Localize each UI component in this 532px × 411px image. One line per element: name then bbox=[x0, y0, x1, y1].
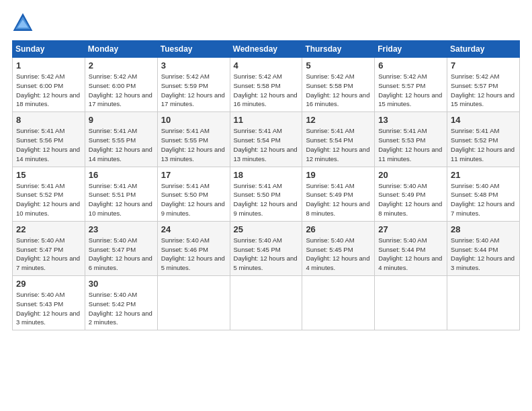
day-info: Sunrise: 5:40 AMSunset: 5:44 PMDaylight:… bbox=[451, 236, 515, 271]
week-row-3: 15 Sunrise: 5:41 AMSunset: 5:52 PMDaylig… bbox=[13, 167, 520, 221]
day-number: 21 bbox=[451, 170, 517, 180]
day-info: Sunrise: 5:40 AMSunset: 5:42 PMDaylight:… bbox=[89, 291, 152, 326]
day-number: 8 bbox=[16, 115, 82, 125]
calendar-cell: 10 Sunrise: 5:41 AMSunset: 5:55 PMDaylig… bbox=[157, 112, 230, 167]
calendar-cell: 18 Sunrise: 5:41 AMSunset: 5:50 PMDaylig… bbox=[230, 167, 302, 221]
day-number: 22 bbox=[16, 224, 82, 234]
day-info: Sunrise: 5:41 AMSunset: 5:51 PMDaylight:… bbox=[89, 182, 152, 217]
day-info: Sunrise: 5:41 AMSunset: 5:55 PMDaylight:… bbox=[161, 127, 225, 162]
weekday-header-thursday: Thursday bbox=[302, 41, 375, 58]
weekday-header-sunday: Sunday bbox=[13, 41, 85, 58]
day-number: 4 bbox=[234, 60, 300, 71]
day-number: 19 bbox=[306, 170, 371, 180]
calendar-cell: 7 Sunrise: 5:42 AMSunset: 5:57 PMDayligh… bbox=[447, 58, 520, 112]
weekday-header-friday: Friday bbox=[375, 41, 447, 58]
week-row-1: 1 Sunrise: 5:42 AMSunset: 6:00 PMDayligh… bbox=[13, 58, 520, 112]
day-info: Sunrise: 5:42 AMSunset: 5:57 PMDaylight:… bbox=[451, 73, 515, 107]
calendar-cell bbox=[157, 276, 230, 330]
header bbox=[12, 12, 520, 34]
day-number: 7 bbox=[451, 60, 517, 71]
calendar-cell: 20 Sunrise: 5:40 AMSunset: 5:49 PMDaylig… bbox=[375, 167, 447, 221]
day-info: Sunrise: 5:40 AMSunset: 5:45 PMDaylight:… bbox=[234, 236, 298, 271]
calendar-cell: 29 Sunrise: 5:40 AMSunset: 5:43 PMDaylig… bbox=[13, 276, 85, 330]
day-number: 20 bbox=[378, 170, 444, 180]
day-info: Sunrise: 5:40 AMSunset: 5:43 PMDaylight:… bbox=[16, 291, 80, 326]
day-number: 2 bbox=[89, 60, 154, 71]
calendar-cell: 15 Sunrise: 5:41 AMSunset: 5:52 PMDaylig… bbox=[13, 167, 85, 221]
calendar-table: SundayMondayTuesdayWednesdayThursdayFrid… bbox=[12, 40, 520, 330]
day-info: Sunrise: 5:42 AMSunset: 5:58 PMDaylight:… bbox=[306, 73, 369, 107]
calendar-cell: 23 Sunrise: 5:40 AMSunset: 5:47 PMDaylig… bbox=[85, 221, 157, 275]
calendar-cell: 8 Sunrise: 5:41 AMSunset: 5:56 PMDayligh… bbox=[13, 112, 85, 167]
day-info: Sunrise: 5:42 AMSunset: 6:00 PMDaylight:… bbox=[89, 73, 152, 107]
day-number: 5 bbox=[306, 60, 371, 71]
day-info: Sunrise: 5:42 AMSunset: 5:58 PMDaylight:… bbox=[234, 73, 298, 107]
day-info: Sunrise: 5:41 AMSunset: 5:50 PMDaylight:… bbox=[234, 182, 298, 217]
calendar-cell: 9 Sunrise: 5:41 AMSunset: 5:55 PMDayligh… bbox=[85, 112, 157, 167]
day-info: Sunrise: 5:40 AMSunset: 5:47 PMDaylight:… bbox=[16, 236, 80, 271]
page: SundayMondayTuesdayWednesdayThursdayFrid… bbox=[0, 0, 532, 411]
day-number: 17 bbox=[161, 170, 227, 180]
day-info: Sunrise: 5:41 AMSunset: 5:56 PMDaylight:… bbox=[16, 127, 80, 162]
calendar-cell: 27 Sunrise: 5:40 AMSunset: 5:44 PMDaylig… bbox=[375, 221, 447, 275]
day-info: Sunrise: 5:41 AMSunset: 5:52 PMDaylight:… bbox=[16, 182, 80, 217]
calendar-cell: 21 Sunrise: 5:40 AMSunset: 5:48 PMDaylig… bbox=[447, 167, 520, 221]
day-number: 1 bbox=[16, 60, 82, 71]
calendar-cell: 12 Sunrise: 5:41 AMSunset: 5:54 PMDaylig… bbox=[302, 112, 375, 167]
day-number: 12 bbox=[306, 115, 371, 125]
day-number: 18 bbox=[234, 170, 300, 180]
calendar-cell: 1 Sunrise: 5:42 AMSunset: 6:00 PMDayligh… bbox=[13, 58, 85, 112]
day-info: Sunrise: 5:42 AMSunset: 5:59 PMDaylight:… bbox=[161, 73, 225, 107]
calendar-cell bbox=[302, 276, 375, 330]
day-number: 27 bbox=[378, 224, 444, 234]
day-number: 23 bbox=[89, 224, 154, 234]
calendar-cell: 17 Sunrise: 5:41 AMSunset: 5:50 PMDaylig… bbox=[157, 167, 230, 221]
calendar-cell bbox=[375, 276, 447, 330]
day-number: 16 bbox=[89, 170, 154, 180]
day-number: 11 bbox=[234, 115, 300, 125]
day-info: Sunrise: 5:41 AMSunset: 5:55 PMDaylight:… bbox=[89, 127, 152, 162]
weekday-header-monday: Monday bbox=[85, 41, 157, 58]
day-number: 3 bbox=[161, 60, 227, 71]
day-number: 24 bbox=[161, 224, 227, 234]
day-info: Sunrise: 5:41 AMSunset: 5:53 PMDaylight:… bbox=[378, 127, 442, 162]
calendar-cell: 11 Sunrise: 5:41 AMSunset: 5:54 PMDaylig… bbox=[230, 112, 302, 167]
day-number: 6 bbox=[378, 60, 444, 71]
day-number: 9 bbox=[89, 115, 154, 125]
day-info: Sunrise: 5:40 AMSunset: 5:46 PMDaylight:… bbox=[161, 236, 225, 271]
calendar-cell: 26 Sunrise: 5:40 AMSunset: 5:45 PMDaylig… bbox=[302, 221, 375, 275]
day-info: Sunrise: 5:41 AMSunset: 5:49 PMDaylight:… bbox=[306, 182, 369, 217]
day-info: Sunrise: 5:41 AMSunset: 5:52 PMDaylight:… bbox=[451, 127, 515, 162]
calendar-cell: 13 Sunrise: 5:41 AMSunset: 5:53 PMDaylig… bbox=[375, 112, 447, 167]
day-number: 15 bbox=[16, 170, 82, 180]
day-number: 28 bbox=[451, 224, 517, 234]
calendar-cell: 19 Sunrise: 5:41 AMSunset: 5:49 PMDaylig… bbox=[302, 167, 375, 221]
calendar-cell bbox=[230, 276, 302, 330]
logo bbox=[12, 12, 36, 34]
day-number: 14 bbox=[451, 115, 517, 125]
day-info: Sunrise: 5:40 AMSunset: 5:48 PMDaylight:… bbox=[451, 182, 515, 217]
calendar-cell: 28 Sunrise: 5:40 AMSunset: 5:44 PMDaylig… bbox=[447, 221, 520, 275]
calendar-cell: 30 Sunrise: 5:40 AMSunset: 5:42 PMDaylig… bbox=[85, 276, 157, 330]
calendar-cell: 22 Sunrise: 5:40 AMSunset: 5:47 PMDaylig… bbox=[13, 221, 85, 275]
day-number: 10 bbox=[161, 115, 227, 125]
day-info: Sunrise: 5:41 AMSunset: 5:50 PMDaylight:… bbox=[161, 182, 225, 217]
weekday-header-saturday: Saturday bbox=[447, 41, 520, 58]
day-info: Sunrise: 5:41 AMSunset: 5:54 PMDaylight:… bbox=[306, 127, 369, 162]
calendar-cell: 24 Sunrise: 5:40 AMSunset: 5:46 PMDaylig… bbox=[157, 221, 230, 275]
calendar-cell: 6 Sunrise: 5:42 AMSunset: 5:57 PMDayligh… bbox=[375, 58, 447, 112]
week-row-2: 8 Sunrise: 5:41 AMSunset: 5:56 PMDayligh… bbox=[13, 112, 520, 167]
calendar-cell: 14 Sunrise: 5:41 AMSunset: 5:52 PMDaylig… bbox=[447, 112, 520, 167]
day-info: Sunrise: 5:42 AMSunset: 6:00 PMDaylight:… bbox=[16, 73, 80, 107]
calendar-cell: 2 Sunrise: 5:42 AMSunset: 6:00 PMDayligh… bbox=[85, 58, 157, 112]
week-row-4: 22 Sunrise: 5:40 AMSunset: 5:47 PMDaylig… bbox=[13, 221, 520, 275]
day-info: Sunrise: 5:41 AMSunset: 5:54 PMDaylight:… bbox=[234, 127, 298, 162]
day-info: Sunrise: 5:40 AMSunset: 5:45 PMDaylight:… bbox=[306, 236, 369, 271]
day-number: 29 bbox=[16, 279, 82, 289]
weekday-header-tuesday: Tuesday bbox=[157, 41, 230, 58]
day-info: Sunrise: 5:40 AMSunset: 5:47 PMDaylight:… bbox=[89, 236, 152, 271]
day-number: 25 bbox=[234, 224, 300, 234]
day-number: 26 bbox=[306, 224, 371, 234]
calendar-cell: 3 Sunrise: 5:42 AMSunset: 5:59 PMDayligh… bbox=[157, 58, 230, 112]
day-number: 30 bbox=[89, 279, 154, 289]
